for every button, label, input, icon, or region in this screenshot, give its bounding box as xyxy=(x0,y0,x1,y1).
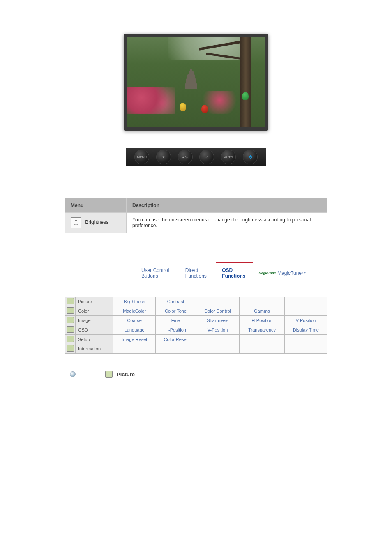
monitor-screen xyxy=(127,37,265,127)
osd-category-icon xyxy=(67,336,74,342)
tab-user-control-buttons[interactable]: User Control Buttons xyxy=(136,262,180,283)
osd-category-label[interactable]: Picture xyxy=(76,297,113,306)
menu-button[interactable]: MENU xyxy=(134,150,149,164)
lantern-green xyxy=(242,92,249,100)
brightness-label: Brightness xyxy=(85,219,108,225)
osd-function-link[interactable]: Transparency xyxy=(240,325,284,335)
osd-function-link[interactable]: Coarse xyxy=(113,316,156,325)
osd-row: PictureBrightnessContrast xyxy=(65,297,327,306)
picture-section-title: Picture xyxy=(117,371,135,378)
osd-function-link[interactable]: Sharpness xyxy=(196,316,240,325)
table-row-desc: You can use the on-screen menus to chang… xyxy=(127,213,327,233)
tree-trunk xyxy=(240,37,251,127)
osd-function-link[interactable]: Language xyxy=(113,325,156,335)
osd-function-link[interactable]: MagicColor xyxy=(113,306,156,316)
tab-magictune[interactable]: MagicTune MagicTune™ xyxy=(253,262,312,283)
table-row-menu: Brightness xyxy=(65,213,127,233)
osd-function-link xyxy=(284,344,327,354)
osd-category-label[interactable]: Setup xyxy=(76,335,113,344)
osd-function-link[interactable]: Fine xyxy=(156,316,196,325)
osd-function-link[interactable]: Contrast xyxy=(156,297,196,306)
osd-category-icon xyxy=(67,326,74,333)
tab-direct-functions[interactable]: Direct Functions xyxy=(180,262,216,283)
monitor-mockup xyxy=(124,34,268,131)
osd-function-link[interactable]: V-Position xyxy=(284,316,327,325)
osd-function-link[interactable]: Color Tone xyxy=(156,306,196,316)
lantern-yellow xyxy=(180,103,186,111)
osd-row-icon-cell xyxy=(65,306,76,316)
osd-row-icon-cell xyxy=(65,325,76,335)
auto-button[interactable]: AUTO xyxy=(221,150,236,164)
osd-function-link[interactable]: Image Reset xyxy=(113,335,156,344)
osd-function-link xyxy=(196,335,240,344)
osd-category-icon xyxy=(67,345,74,352)
osd-function-link[interactable]: Gamma xyxy=(240,306,284,316)
osd-function-link[interactable]: Brightness xyxy=(113,297,156,306)
osd-function-link xyxy=(196,344,240,354)
enter-button[interactable]: ↵ xyxy=(199,150,214,164)
osd-row: ImageCoarseFineSharpnessH-PositionV-Posi… xyxy=(65,316,327,325)
osd-functions-table: PictureBrightnessContrastColorMagicColor… xyxy=(65,297,327,354)
flowers xyxy=(203,91,244,114)
osd-row-icon-cell xyxy=(65,344,76,354)
osd-function-link[interactable]: H-Position xyxy=(156,325,196,335)
bullet-icon xyxy=(70,371,76,377)
osd-category-icon xyxy=(67,298,74,304)
osd-function-link xyxy=(240,335,284,344)
osd-row-icon-cell xyxy=(65,297,76,306)
osd-category-icon xyxy=(67,317,74,323)
osd-category-label[interactable]: Information xyxy=(76,344,113,354)
osd-row: Information xyxy=(65,344,327,354)
osd-function-link[interactable]: Color Reset xyxy=(156,335,196,344)
section-picture-header: Picture xyxy=(70,371,392,378)
osd-function-link xyxy=(284,335,327,344)
flowers xyxy=(127,87,175,114)
osd-function-link[interactable]: V-Position xyxy=(196,325,240,335)
section-tabs: User Control Buttons Direct Functions OS… xyxy=(136,262,312,283)
osd-category-label[interactable]: Image xyxy=(76,316,113,325)
table-header-description: Description xyxy=(127,198,327,213)
osd-function-link xyxy=(196,297,240,306)
brightness-description-table: Menu Description Brightness You can use … xyxy=(65,198,327,233)
pagoda xyxy=(185,69,197,89)
osd-category-label[interactable]: OSD xyxy=(76,325,113,335)
osd-function-link[interactable]: Color Control xyxy=(196,306,240,316)
magictune-logo-icon: MagicTune xyxy=(258,271,276,275)
osd-category-label[interactable]: Color xyxy=(76,306,113,316)
osd-row-icon-cell xyxy=(65,316,76,325)
up-brightness-button[interactable]: ▲/☼ xyxy=(178,150,193,164)
osd-category-icon xyxy=(67,307,74,314)
down-button[interactable]: ▼ xyxy=(156,150,171,164)
osd-function-link[interactable]: Display Time xyxy=(284,325,327,335)
osd-row: ColorMagicColorColor ToneColor ControlGa… xyxy=(65,306,327,316)
osd-function-link xyxy=(156,344,196,354)
brightness-icon xyxy=(71,217,81,228)
osd-row: SetupImage ResetColor Reset xyxy=(65,335,327,344)
osd-row-icon-cell xyxy=(65,335,76,344)
osd-function-link xyxy=(240,344,284,354)
picture-section-icon xyxy=(105,371,113,378)
table-header-menu: Menu xyxy=(65,198,127,213)
hardware-button-bar: MENU ▼ ▲/☼ ↵ AUTO ⏻ xyxy=(126,148,266,166)
power-button[interactable]: ⏻ xyxy=(243,150,258,164)
osd-function-link xyxy=(113,344,156,354)
lantern-red xyxy=(201,105,208,113)
tab-osd-functions[interactable]: OSD Functions xyxy=(216,262,253,283)
magictune-label: MagicTune™ xyxy=(277,270,307,276)
osd-function-link xyxy=(284,297,327,306)
osd-function-link[interactable]: H-Position xyxy=(240,316,284,325)
osd-function-link xyxy=(284,306,327,316)
osd-function-link xyxy=(240,297,284,306)
osd-row: OSDLanguageH-PositionV-PositionTranspare… xyxy=(65,325,327,335)
